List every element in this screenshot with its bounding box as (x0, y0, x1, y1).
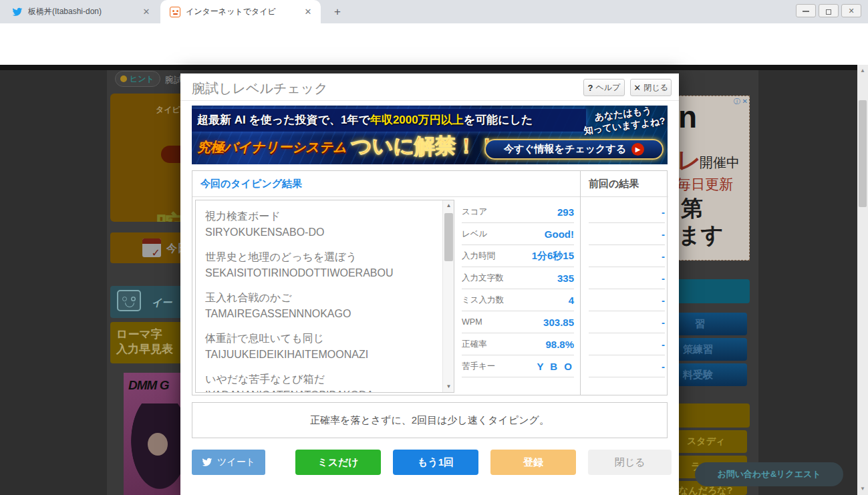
tab-etyping[interactable]: インターネットでタイピ ✕ (160, 0, 321, 23)
close-x-icon: ✕ (633, 83, 641, 93)
mascot-banner[interactable]: イー (110, 286, 187, 318)
stat-row: ミス入力数4 (462, 289, 574, 311)
play-icon: ▶ (631, 143, 644, 156)
register-button[interactable]: 登録 (490, 450, 576, 475)
scrollbar-down-arrow[interactable]: ▼ (857, 484, 868, 494)
prev-row: - (589, 201, 665, 223)
prev-row: - (589, 267, 665, 289)
previous-results-column: - - - - - - - - (589, 201, 665, 377)
right-ad-box[interactable]: ⓘ ✕ n レ 開催中 毎日更新 第 ます (668, 96, 750, 261)
ad-text-mainichi: 毎日更新 (677, 175, 733, 194)
word-pair: いやだな苦手なとび箱だIYADANANIGATENATOBIBAKODA (205, 371, 442, 393)
tab-itabashi[interactable]: 板橋丼(Itabashi-don) ✕ (3, 0, 159, 23)
word-pair: 体重計で息吐いても同じTAIJUUKEIDEIKIHAITEMOONAZI (205, 331, 442, 363)
romaji-line2: 入力早見表 (116, 342, 187, 357)
lightbulb-icon (120, 75, 127, 82)
label: 今すぐ情報をチェックする (504, 143, 626, 156)
label: 閉じる (643, 82, 668, 94)
modal-close-button[interactable]: ✕閉じる (630, 79, 672, 96)
label: ツイート (217, 456, 255, 468)
dmm-logo-text: DMM G (128, 378, 168, 393)
word-pair: 世界史と地理のどっちを選ぼうSEKAISITOTIRINODOTTIWOERAB… (205, 249, 442, 281)
ad-text-dai: 第 (681, 194, 703, 224)
inline-ad-banner[interactable]: 超最新 AI を使った投資で、1年で年収2000万円以上を可能にした あなたはも… (192, 106, 668, 164)
tab-title: 板橋丼(Itabashi-don) (28, 6, 135, 17)
ad-burst-text: ついに解禁！！ (351, 132, 497, 160)
tweet-button[interactable]: ツイート (192, 450, 265, 475)
stat-row: WPM303.85 (462, 311, 574, 333)
panel-divider-h (192, 196, 668, 197)
browser-scrollbar-thumb[interactable] (859, 100, 867, 207)
label: 料受験 (683, 369, 713, 381)
today-banner[interactable]: 今日の (110, 232, 187, 263)
prev-row: - (589, 355, 665, 377)
retry-button[interactable]: もう1回 (393, 450, 478, 475)
right-button-exam-practice[interactable]: 策練習 (668, 338, 747, 361)
list-scroll-up-icon[interactable]: ▲ (443, 200, 454, 211)
contact-request-button[interactable]: お問い合わせ&リクエスト (695, 462, 843, 486)
stat-row: 入力時間1分6秒15 (462, 245, 574, 267)
ad-headline: 超最新 AI を使った投資で、1年で年収2000万円以上を可能にした (197, 112, 533, 128)
list-scrollbar-track[interactable]: ▲ ▼ (442, 200, 454, 392)
list-scroll-down-icon[interactable]: ▼ (443, 381, 454, 392)
calendar-icon (142, 238, 161, 257)
typed-words-list[interactable]: 視力検査ボードSIRYOKUKENSABO-DO 世界史と地理のどっちを選ぼうS… (195, 200, 454, 393)
list-scrollbar-thumb[interactable] (444, 213, 453, 261)
new-tab-button[interactable]: + (330, 5, 345, 19)
romaji-chart-banner[interactable]: ローマ字 入力早見表 (110, 322, 187, 363)
hint-button[interactable]: ヒント (115, 71, 160, 87)
close-button[interactable]: 閉じる (588, 450, 672, 475)
label: ヘルプ (596, 82, 621, 94)
right-section-header-blue (668, 279, 750, 303)
tab-close-icon[interactable]: ✕ (140, 6, 152, 18)
window-restore-button[interactable] (819, 4, 839, 17)
hint-label: ヒント (130, 73, 154, 85)
typed-words-content: 視力検査ボードSIRYOKUKENSABO-DO 世界史と地理のどっちを選ぼうS… (196, 200, 442, 393)
browser-toolbar: ← → ↻ ⌂ https://www.e-typing.ne.jp/membe… (0, 23, 868, 45)
word-pair: 玉入れ合戦のかごTAMAIREGASSENNNOKAGO (205, 290, 442, 322)
window-minimize-button[interactable] (796, 4, 816, 17)
word-pair: 視力検査ボードSIRYOKUKENSABO-DO (205, 208, 442, 240)
label: ミスだけ (317, 456, 358, 469)
modal-header: 腕試しレベルチェック ?ヘルプ ✕閉じる (180, 73, 679, 101)
miss-only-button[interactable]: ミスだけ (295, 450, 381, 475)
promo-small-text: タイピ (156, 104, 180, 116)
result-modal: 腕試しレベルチェック ?ヘルプ ✕閉じる 超最新 AI を使った投資で、1年で年… (180, 73, 679, 495)
twitter-bird-icon (12, 7, 23, 17)
ad-text-re: レ (677, 144, 702, 177)
twitter-bird-icon (202, 457, 212, 468)
stat-row: 入力文字数335 (462, 267, 574, 289)
advice-message: 正確率を落とさずに、2回目は少し速くタイピング。 (192, 402, 668, 438)
label: 閉じる (615, 456, 645, 469)
left-promo-banner[interactable]: タイピ 腕 (110, 94, 187, 222)
ad-cta-button[interactable]: 今すぐ情報をチェックする▶ (484, 139, 664, 160)
right-button-practice[interactable]: 習 (668, 313, 747, 335)
prev-row: - (589, 289, 665, 311)
label: なんだろな? (679, 485, 732, 495)
scrollbar-up-arrow[interactable]: ▲ (857, 66, 868, 75)
right-button-free-exam[interactable]: 料受験 (668, 363, 747, 386)
anime-character-face (148, 433, 168, 456)
adchoices-icons[interactable]: ⓘ ✕ (734, 97, 748, 106)
stats-table: スコア293 レベルGood! 入力時間1分6秒15 入力文字数335 ミス入力… (462, 201, 574, 377)
right-button-study[interactable]: スタディ (668, 430, 747, 453)
help-button[interactable]: ?ヘルプ (583, 79, 625, 96)
label: スタディ (687, 436, 725, 448)
dmm-ad-banner[interactable]: DMM G (124, 373, 187, 495)
tab-strip: 板橋丼(Itabashi-don) ✕ インターネットでタイピ ✕ + ✕ (0, 0, 868, 23)
ad-text-kaisai: 開催中 (700, 154, 740, 172)
tab-close-icon[interactable]: ✕ (302, 6, 314, 18)
window-close-button[interactable]: ✕ (841, 4, 861, 17)
prev-row: - (589, 223, 665, 245)
bookmarks-bar: アプリ ブックマーク (0, 45, 868, 65)
page-header-strip (0, 65, 857, 70)
label: 登録 (523, 456, 543, 469)
tab-title: インターネットでタイピ (186, 6, 297, 17)
current-result-header: 今回のタイピング結果 (200, 178, 302, 190)
prev-row: - (589, 333, 665, 355)
label: お問い合わせ&リクエスト (717, 468, 821, 480)
prev-row: - (589, 311, 665, 333)
ad-text-n: n (678, 99, 697, 135)
mascot-label: イー (152, 297, 172, 309)
romaji-line1: ローマ字 (116, 327, 187, 342)
